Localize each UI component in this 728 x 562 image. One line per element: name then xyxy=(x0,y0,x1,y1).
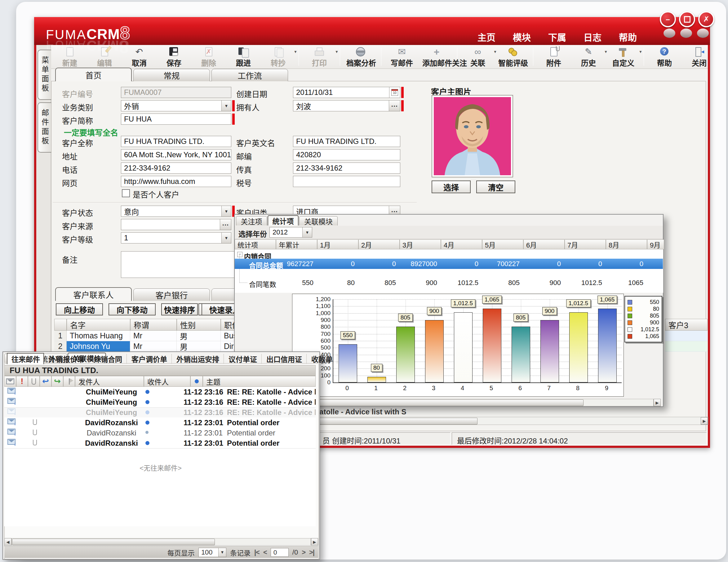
stats-group-row[interactable]: −内销合同 xyxy=(235,250,663,259)
contacts-header-性别[interactable]: 性别 xyxy=(177,319,221,331)
owner-input[interactable]: 刘波... xyxy=(293,100,400,111)
toolbar-button-保存[interactable]: 保存 xyxy=(157,46,191,68)
stats-column-9月[interactable]: 9月 xyxy=(647,239,664,249)
stats-column-5月[interactable]: 5月 xyxy=(482,239,523,249)
page-number-input[interactable]: 0 xyxy=(271,548,289,557)
stats-column-统计项[interactable]: 统计项 xyxy=(235,239,276,249)
sidebar-tab-邮件面板[interactable]: 邮件面板 xyxy=(38,102,51,153)
email-subtab-往来邮件[interactable]: 往来邮件 xyxy=(7,353,44,364)
chevron-down-icon[interactable]: ▼ xyxy=(221,232,231,243)
toolbar-button-档案分析[interactable]: 档案分析 xyxy=(343,46,378,68)
contact-title-cell[interactable]: Mr xyxy=(130,341,177,352)
contacts-header-称谓[interactable]: 称谓 xyxy=(130,319,177,331)
short_name-input[interactable]: FU HUA xyxy=(121,113,231,125)
stats-tab-关联模块[interactable]: 关联模块 xyxy=(299,216,338,225)
fax-input[interactable]: 212-334-9162 xyxy=(293,162,400,174)
email-header-envelope[interactable] xyxy=(4,376,16,387)
ellipsis-button[interactable]: ... xyxy=(389,100,400,111)
menu-item-日志[interactable]: 日志 xyxy=(584,30,601,43)
toolbar-button-跟进[interactable]: 跟进 xyxy=(226,46,261,68)
email-row[interactable]: ↓ChuiMeiYeung11-12 23:16RE: RE: Katolle … xyxy=(4,407,316,418)
toolbar-button-转抄[interactable]: ▼转抄 xyxy=(261,46,295,68)
stats-scrollbar-right-arrow[interactable]: ▶ xyxy=(654,399,661,406)
contacts-button-向下移动[interactable]: 向下移动 xyxy=(109,303,156,316)
email-subtab-收款单[interactable]: 收款单 xyxy=(307,354,337,364)
tab-工作流[interactable]: 工作流 xyxy=(211,69,288,81)
address-input[interactable]: 60A Mott St.,New York, NY 10013 xyxy=(121,149,231,160)
contact-title-cell[interactable]: Mr xyxy=(130,331,177,341)
customer_no-input[interactable]: FUMA0007 xyxy=(121,87,231,98)
toolbar-button-关联[interactable]: ∞▼关联 xyxy=(460,46,495,68)
email-scrollbar-thumb[interactable] xyxy=(12,539,215,545)
contact-gender-cell[interactable]: 男 xyxy=(177,331,221,341)
stats-column-4月[interactable]: 4月 xyxy=(441,239,482,249)
email-header-dot[interactable] xyxy=(190,376,203,387)
year-select[interactable]: 2012 ▼ xyxy=(269,227,312,237)
personal-customer-checkbox[interactable] xyxy=(122,189,130,197)
grade-select[interactable]: 1▼ xyxy=(121,232,231,243)
menu-item-下属[interactable]: 下属 xyxy=(548,30,566,43)
email-header-paperclip[interactable] xyxy=(28,376,40,387)
toolbar-button-附件[interactable]: 附件 xyxy=(536,46,571,68)
email-scrollbar-right-arrow[interactable]: ▶ xyxy=(311,538,318,546)
toolbar-button-写邮件[interactable]: ✉写邮件 xyxy=(384,46,419,68)
website-input[interactable]: http://www.fuhua.com xyxy=(121,176,231,187)
phone-input[interactable]: 212-334-9162 xyxy=(121,162,231,174)
tab-首页[interactable]: 首页 xyxy=(55,68,132,81)
email-row[interactable]: ↓DavidRozanski11-12 23:01Potential order xyxy=(4,438,316,449)
chevron-down-icon[interactable]: ▼ xyxy=(302,227,312,237)
email-header-subject[interactable]: 主题 xyxy=(203,376,316,387)
tree-collapse-icon[interactable]: − xyxy=(237,252,242,257)
status-select[interactable]: 意向▼ xyxy=(121,206,231,217)
maximize-button[interactable] xyxy=(679,11,695,27)
email-header-recipient[interactable]: 收件人 xyxy=(144,376,190,387)
email-subtab-外销合同[interactable]: 外销合同 xyxy=(90,354,127,364)
menu-item-主页[interactable]: 主页 xyxy=(477,30,495,43)
minimize-button[interactable]: – xyxy=(660,11,676,27)
email-subtab-外销报价单[interactable]: 外销报价单 xyxy=(45,354,89,364)
zip-input[interactable]: 420820 xyxy=(293,149,400,160)
chevron-down-icon[interactable]: ▼ xyxy=(221,100,231,111)
contacts-button-向上移动[interactable]: 向上移动 xyxy=(56,303,103,316)
full_name-input[interactable]: FU HUA TRADING LTD. xyxy=(121,136,231,147)
source-input[interactable]: ... xyxy=(121,219,231,230)
email-subtab-外销出运安排[interactable]: 外销出运安排 xyxy=(172,354,224,364)
stats-column-2月[interactable]: 2月 xyxy=(358,239,400,249)
toolbar-button-关闭[interactable]: ◄关闭 xyxy=(682,46,717,68)
toolbar-button-智能评级[interactable]: 智能评级 xyxy=(495,46,530,68)
english_name-input[interactable]: FU HUA TRADING LTD. xyxy=(293,136,400,147)
stats-row-合同总金额[interactable]: 合同总金额96272270089270000700227000 xyxy=(235,259,663,269)
email-row[interactable]: ↓DavidRozanski11-12 23:01Potential order xyxy=(4,418,316,428)
per-page-select[interactable]: 100▼ xyxy=(198,548,226,557)
prev-page-button[interactable]: < xyxy=(263,548,267,556)
email-header-sender[interactable]: 发件人 xyxy=(75,376,144,387)
email-header-exclamation[interactable]: ! xyxy=(16,376,28,387)
business_type-select[interactable]: 外销▼ xyxy=(121,100,231,111)
email-subtab-出口信用证[interactable]: 出口信用证 xyxy=(262,354,307,364)
contacts-tab-客户银行[interactable]: 客户银行 xyxy=(133,289,210,301)
stats-column-3月[interactable]: 3月 xyxy=(400,239,441,249)
ellipsis-button[interactable]: ... xyxy=(220,219,231,230)
stats-column-1月[interactable]: 1月 xyxy=(317,239,358,249)
email-subtab-议付单证[interactable]: 议付单证 xyxy=(224,354,262,364)
email-row[interactable]: ↓ChuiMeiYeung11-12 23:16RE: RE: Katolle … xyxy=(4,387,316,397)
email-header-forward[interactable]: ↪ xyxy=(51,376,63,387)
photo-select-button[interactable]: 选择 xyxy=(432,180,471,193)
toolbar-button-自定义[interactable]: ▼自定义 xyxy=(606,46,641,68)
toolbar-button-打印[interactable]: ▼打印 xyxy=(302,46,337,68)
main-scrollbar-right-arrow[interactable]: ▶ xyxy=(701,417,708,425)
toolbar-button-删除[interactable]: ✗删除 xyxy=(191,46,226,68)
create_date-input[interactable]: 2011/10/3110 xyxy=(293,87,400,98)
toolbar-button-添加邮件关注[interactable]: +添加邮件关注 xyxy=(419,46,454,68)
stats-tab-关注项[interactable]: 关注项 xyxy=(236,216,267,225)
stats-column-7月[interactable]: 7月 xyxy=(565,239,606,249)
email-subtab-客户调价单[interactable]: 客户调价单 xyxy=(127,354,172,364)
contact-name-cell[interactable]: Thomas Huang xyxy=(67,331,130,341)
menu-item-帮助[interactable]: 帮助 xyxy=(619,30,637,43)
contact-gender-cell[interactable]: 男 xyxy=(177,341,221,352)
close-button[interactable]: ✗ xyxy=(698,11,714,27)
contacts-header-名字[interactable]: 名字 xyxy=(67,319,130,331)
email-header-reply[interactable]: ↩ xyxy=(40,376,51,387)
photo-clear-button[interactable]: 清空 xyxy=(476,180,515,193)
chevron-down-icon[interactable]: ▼ xyxy=(335,50,339,54)
